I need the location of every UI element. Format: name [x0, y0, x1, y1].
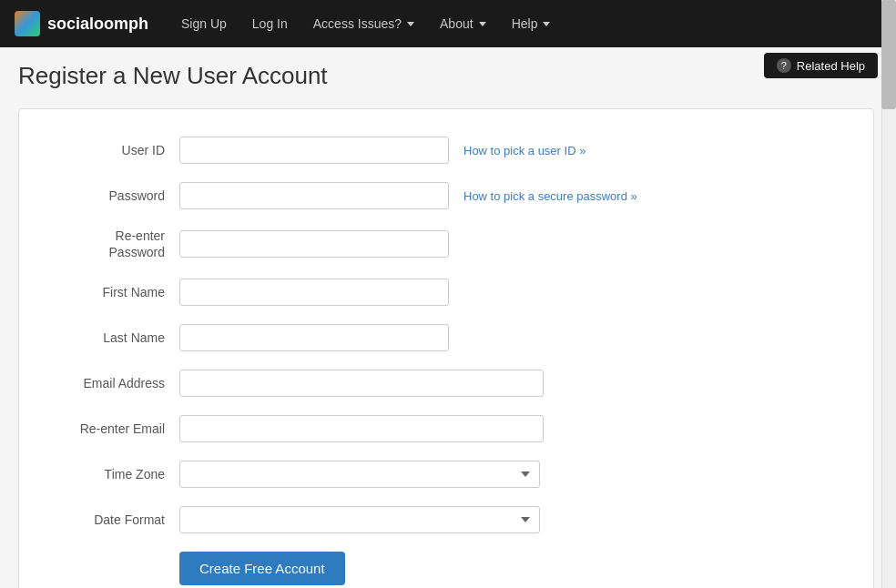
user-id-row: User ID How to pick a user ID » — [46, 137, 846, 164]
navbar: socialoomph Sign Up Log In Access Issues… — [0, 0, 896, 47]
email-input[interactable] — [179, 370, 544, 397]
user-id-help-link[interactable]: How to pick a user ID » — [463, 144, 585, 157]
first-name-label: First Name — [46, 285, 165, 299]
email-row: Email Address — [46, 370, 846, 397]
reenter-email-label: Re-enter Email — [46, 421, 165, 436]
user-id-label: User ID — [46, 143, 165, 157]
last-name-label: Last Name — [46, 330, 165, 345]
password-row: Password How to pick a secure password » — [46, 182, 846, 209]
registration-form-card: User ID How to pick a user ID » Password… — [18, 108, 874, 588]
nav-access-issues[interactable]: Access Issues? — [302, 11, 425, 36]
submit-row: Create Free Account — [46, 552, 846, 585]
user-id-input[interactable] — [179, 137, 449, 164]
date-format-label: Date Format — [46, 512, 165, 527]
password-label: Password — [46, 188, 165, 203]
reenter-password-input[interactable] — [179, 230, 449, 258]
timezone-row: Time Zone UTC US/Eastern US/Central US/P… — [46, 461, 846, 488]
help-caret — [543, 22, 550, 26]
brand-name: socialoomph — [47, 15, 148, 34]
nav-about[interactable]: About — [429, 11, 497, 36]
password-input[interactable] — [179, 182, 449, 209]
nav-links: Sign Up Log In Access Issues? About Help — [170, 11, 881, 36]
date-format-select[interactable]: MM/DD/YYYY DD/MM/YYYY YYYY-MM-DD — [179, 506, 540, 533]
scrollbar-thumb[interactable] — [881, 0, 896, 109]
last-name-input[interactable] — [179, 324, 449, 351]
brand-icon — [15, 11, 40, 36]
date-format-row: Date Format MM/DD/YYYY DD/MM/YYYY YYYY-M… — [46, 506, 846, 533]
access-issues-caret — [407, 22, 414, 26]
main-content: ? Related Help Register a New User Accou… — [0, 47, 896, 588]
nav-signup[interactable]: Sign Up — [170, 11, 238, 36]
last-name-row: Last Name — [46, 324, 846, 351]
reenter-email-row: Re-enter Email — [46, 415, 846, 442]
reenter-email-input[interactable] — [179, 415, 544, 442]
password-help-link[interactable]: How to pick a secure password » — [463, 189, 637, 203]
reenter-password-row: Re-enterPassword — [46, 228, 846, 260]
timezone-label: Time Zone — [46, 467, 165, 482]
first-name-row: First Name — [46, 279, 846, 306]
timezone-select[interactable]: UTC US/Eastern US/Central US/Pacific — [179, 461, 540, 488]
email-label: Email Address — [46, 376, 165, 390]
nav-login[interactable]: Log In — [241, 11, 299, 36]
page-title: Register a New User Account — [18, 62, 878, 90]
first-name-input[interactable] — [179, 279, 449, 306]
nav-help[interactable]: Help — [501, 11, 562, 36]
help-circle-icon: ? — [777, 58, 791, 73]
about-caret — [479, 22, 486, 26]
scrollbar-track[interactable] — [881, 0, 896, 588]
brand-logo[interactable]: socialoomph — [15, 11, 148, 36]
reenter-password-label: Re-enterPassword — [46, 228, 165, 260]
create-account-button[interactable]: Create Free Account — [179, 552, 345, 585]
related-help-button[interactable]: ? Related Help — [764, 53, 878, 78]
